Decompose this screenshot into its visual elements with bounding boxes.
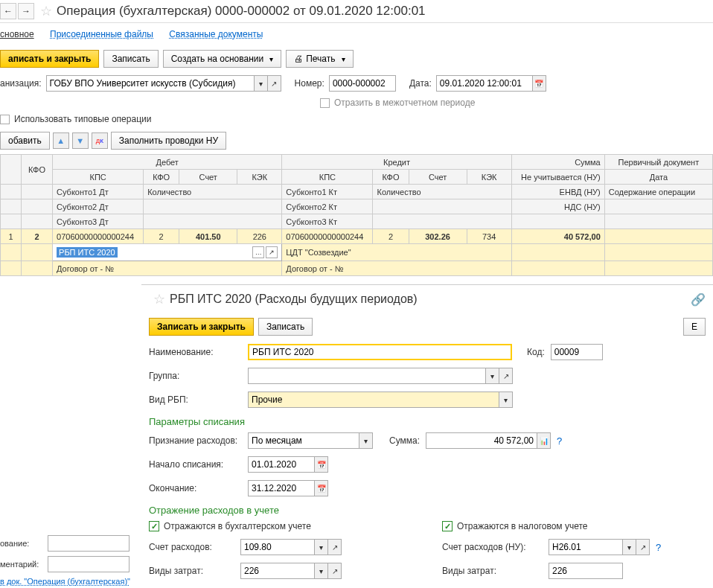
org-label: анизация:	[0, 78, 42, 89]
move-up-button[interactable]: ▲	[53, 132, 69, 149]
col-envd: ЕНВД (НУ)	[511, 185, 604, 199]
nav-back-button[interactable]: ←	[0, 3, 16, 19]
use-typical-checkbox[interactable]	[0, 115, 10, 124]
col-dt-kfo: КФО	[144, 170, 179, 185]
reflect-period-checkbox[interactable]	[320, 98, 330, 108]
col-kt-kek: КЭК	[467, 170, 511, 185]
number-label: Номер:	[295, 78, 324, 89]
save-close-button[interactable]: аписать и закрыть	[0, 50, 99, 68]
col-debit-group: Дебет	[53, 155, 282, 170]
cell-kt-acc: 302.26	[409, 229, 467, 244]
printer-icon: 🖨	[294, 54, 303, 64]
org-dropdown-button[interactable]: ▾	[255, 75, 268, 92]
col-dt-kps: КПС	[53, 170, 144, 185]
cell-dt-kps: 07060000000000244	[53, 229, 144, 244]
table-row[interactable]: РБП ИТС 2020 … ↗ ЦДТ "Созвездие"	[1, 244, 713, 261]
save-button[interactable]: Записать	[103, 50, 158, 68]
subkonto-open-button[interactable]: ↗	[266, 246, 278, 258]
favorite-star-icon[interactable]: ☆	[40, 3, 52, 19]
cell-dt-kfo: 2	[144, 229, 179, 244]
col-primary-doc: Первичный документ	[604, 155, 712, 170]
col-kt-kfo: КФО	[373, 170, 409, 185]
cell-kt-kps: 07060000000000244	[282, 229, 373, 244]
cell-num: 1	[1, 229, 22, 244]
table-row[interactable]: 1 2 07060000000000244 2 401.50 226 07060…	[1, 229, 713, 244]
col-sub1kt: Субконто1 Кт	[282, 185, 373, 199]
cell-sub1dt[interactable]: РБП ИТС 2020 … ↗	[53, 244, 282, 261]
org-open-button[interactable]: ↗	[268, 75, 281, 92]
col-sub3dt: Субконто3 Дт	[53, 214, 144, 229]
col-kt-acc: Счет	[409, 170, 467, 185]
col-not-counted: Не учитывается (НУ)	[511, 170, 604, 185]
col-content: Содержание операции	[604, 185, 712, 199]
nav-forward-button[interactable]: →	[18, 3, 34, 19]
col-sub1dt: Субконто1 Дт	[53, 185, 144, 199]
cell-kfo: 2	[22, 229, 53, 244]
col-credit-group: Кредит	[282, 155, 511, 170]
fill-nu-button[interactable]: Заполнить проводки НУ	[111, 132, 226, 150]
add-button[interactable]: обавить	[0, 132, 50, 150]
cell-sub2kt: Договор от - №	[282, 261, 511, 276]
col-dt-kek: КЭК	[237, 170, 282, 185]
date-input[interactable]	[436, 75, 533, 92]
subkonto-select-button[interactable]: …	[252, 246, 264, 258]
use-typical-label: Использовать типовые операции	[14, 114, 151, 124]
create-based-button[interactable]: Создать на основании	[163, 50, 282, 68]
cell-kt-kek: 734	[467, 229, 511, 244]
tab-linked-docs[interactable]: Связанные документы	[169, 29, 263, 39]
print-button[interactable]: 🖨Печать	[286, 50, 353, 68]
col-qty-dt: Количество	[144, 185, 282, 199]
cell-kt-kfo: 2	[373, 229, 409, 244]
page-title: Операция (бухгалтерская) 0000-000002 от …	[57, 4, 426, 19]
cell-sub1kt: ЦДТ "Созвездие"	[282, 244, 511, 261]
col-kfo: КФО	[22, 155, 53, 185]
tab-attached-files[interactable]: Присоединенные файлы	[50, 29, 153, 39]
tab-main[interactable]: сновное	[0, 29, 34, 39]
date-picker-button[interactable]: 📅	[533, 75, 546, 92]
col-nds: НДС (НУ)	[511, 199, 604, 214]
col-kt-kps: КПС	[282, 170, 373, 185]
cell-dt-acc: 401.50	[179, 229, 237, 244]
col-sub3kt: Субконто3 Кт	[282, 214, 373, 229]
col-date: Дата	[604, 170, 712, 185]
cell-dt-kek: 226	[237, 229, 282, 244]
cell-sum: 40 572,00	[511, 229, 604, 244]
move-down-button[interactable]: ▼	[72, 132, 89, 149]
col-sum: Сумма	[511, 155, 604, 170]
org-input[interactable]	[46, 75, 255, 92]
number-input[interactable]	[329, 75, 396, 92]
col-dt-acc: Счет	[179, 170, 237, 185]
col-sub2kt: Субконто2 Кт	[282, 199, 373, 214]
col-sub2dt: Субконто2 Дт	[53, 199, 144, 214]
dtkt-button[interactable]: ДК	[92, 132, 108, 149]
col-qty-kt: Количество	[373, 185, 511, 199]
date-label: Дата:	[409, 78, 432, 89]
table-row[interactable]: Договор от - № Договор от - №	[1, 261, 713, 276]
cell-sub2dt: Договор от - №	[53, 261, 282, 276]
entries-table: КФО Дебет Кредит Сумма Первичный докумен…	[0, 154, 713, 276]
reflect-period-label: Отразить в межотчетном периоде	[334, 98, 475, 108]
